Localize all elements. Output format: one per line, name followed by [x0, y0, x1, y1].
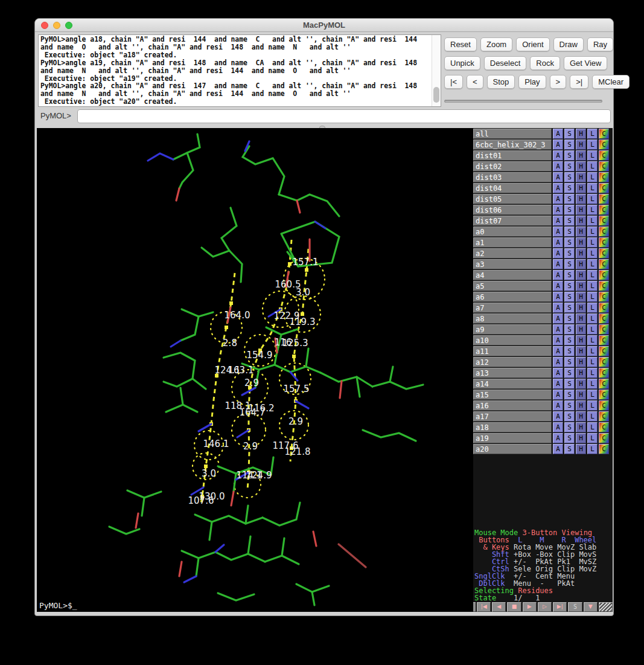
- s-menu-button[interactable]: S: [564, 390, 575, 400]
- h-menu-button[interactable]: H: [576, 411, 586, 422]
- a-menu-button[interactable]: A: [553, 357, 563, 367]
- orient-button[interactable]: Orient: [516, 37, 549, 51]
- s-menu-button[interactable]: S: [564, 346, 575, 356]
- object-name-a11[interactable]: a11: [473, 346, 552, 356]
- a-menu-button[interactable]: A: [553, 422, 563, 432]
- c-menu-button[interactable]: C: [599, 270, 609, 280]
- a-menu-button[interactable]: A: [553, 237, 563, 248]
- l-menu-button[interactable]: L: [587, 433, 598, 443]
- first-frame-button[interactable]: |<: [444, 75, 463, 89]
- object-name-a4[interactable]: a4: [473, 270, 552, 280]
- s-menu-button[interactable]: S: [564, 433, 575, 443]
- c-menu-button[interactable]: C: [599, 140, 609, 150]
- h-menu-button[interactable]: H: [576, 248, 586, 259]
- l-menu-button[interactable]: L: [587, 281, 598, 291]
- h-menu-button[interactable]: H: [576, 390, 586, 400]
- c-menu-button[interactable]: C: [599, 444, 609, 454]
- h-menu-button[interactable]: H: [576, 216, 586, 226]
- h-menu-button[interactable]: H: [576, 379, 586, 389]
- c-menu-button[interactable]: C: [599, 129, 609, 139]
- s-menu-button[interactable]: S: [564, 194, 575, 204]
- rewind-button-icon[interactable]: |◀: [477, 602, 491, 612]
- c-menu-button[interactable]: C: [599, 226, 609, 237]
- a-menu-button[interactable]: A: [553, 270, 563, 280]
- s-button[interactable]: S: [568, 602, 582, 612]
- h-menu-button[interactable]: H: [576, 129, 586, 139]
- s-menu-button[interactable]: S: [564, 161, 575, 172]
- s-menu-button[interactable]: S: [564, 324, 575, 335]
- object-name-a17[interactable]: a17: [473, 411, 552, 422]
- object-name-dist05[interactable]: dist05: [473, 194, 552, 204]
- c-menu-button[interactable]: C: [599, 313, 609, 324]
- l-menu-button[interactable]: L: [587, 324, 598, 335]
- h-menu-button[interactable]: H: [576, 346, 586, 356]
- ray-button[interactable]: Ray: [587, 37, 613, 51]
- object-name-a13[interactable]: a13: [473, 368, 552, 378]
- h-menu-button[interactable]: H: [576, 313, 586, 324]
- s-menu-button[interactable]: S: [564, 270, 575, 280]
- a-menu-button[interactable]: A: [553, 335, 563, 345]
- a-menu-button[interactable]: A: [553, 444, 563, 454]
- c-menu-button[interactable]: C: [599, 433, 609, 443]
- l-menu-button[interactable]: L: [587, 400, 598, 411]
- h-menu-button[interactable]: H: [576, 400, 586, 411]
- l-menu-button[interactable]: L: [587, 140, 598, 150]
- a-menu-button[interactable]: A: [553, 248, 563, 259]
- object-name-a20[interactable]: a20: [473, 444, 552, 454]
- step-back-button-icon[interactable]: ◀: [492, 602, 506, 612]
- s-menu-button[interactable]: S: [564, 172, 575, 182]
- movie-progress-slider[interactable]: [444, 100, 602, 103]
- object-name-dist06[interactable]: dist06: [473, 205, 552, 215]
- object-name-a0[interactable]: a0: [473, 226, 552, 237]
- s-menu-button[interactable]: S: [564, 183, 575, 193]
- l-menu-button[interactable]: L: [587, 183, 598, 193]
- l-menu-button[interactable]: L: [587, 422, 598, 432]
- s-menu-button[interactable]: S: [564, 150, 575, 161]
- h-menu-button[interactable]: H: [576, 237, 586, 248]
- a-menu-button[interactable]: A: [553, 303, 563, 313]
- object-name-a9[interactable]: a9: [473, 324, 552, 335]
- h-menu-button[interactable]: H: [576, 335, 586, 345]
- s-menu-button[interactable]: S: [564, 411, 575, 422]
- c-menu-button[interactable]: C: [599, 281, 609, 291]
- s-menu-button[interactable]: S: [564, 216, 575, 226]
- object-name-all[interactable]: all: [473, 129, 552, 139]
- s-menu-button[interactable]: S: [564, 444, 575, 454]
- stop-button[interactable]: Stop: [487, 75, 515, 89]
- c-menu-button[interactable]: C: [599, 422, 609, 432]
- unpick-button[interactable]: Unpick: [444, 56, 480, 70]
- l-menu-button[interactable]: L: [587, 237, 598, 248]
- l-menu-button[interactable]: L: [587, 368, 598, 378]
- a-menu-button[interactable]: A: [553, 226, 563, 237]
- menu-button-icon[interactable]: ▼: [584, 602, 598, 612]
- l-menu-button[interactable]: L: [587, 270, 598, 280]
- c-menu-button[interactable]: C: [599, 346, 609, 356]
- a-menu-button[interactable]: A: [553, 400, 563, 411]
- rock-button[interactable]: Rock: [530, 56, 560, 70]
- object-name-dist02[interactable]: dist02: [473, 161, 552, 172]
- l-menu-button[interactable]: L: [587, 346, 598, 356]
- l-menu-button[interactable]: L: [587, 335, 598, 345]
- h-menu-button[interactable]: H: [576, 205, 586, 215]
- l-menu-button[interactable]: L: [587, 172, 598, 182]
- s-menu-button[interactable]: S: [564, 259, 575, 269]
- h-menu-button[interactable]: H: [576, 357, 586, 367]
- title-bar[interactable]: MacPyMOL: [35, 19, 613, 32]
- object-name-6cbc_helix_302_3[interactable]: 6cbc_helix_302_3: [473, 140, 552, 150]
- c-menu-button[interactable]: C: [599, 172, 609, 182]
- l-menu-button[interactable]: L: [587, 226, 598, 237]
- l-menu-button[interactable]: L: [587, 205, 598, 215]
- s-menu-button[interactable]: S: [564, 129, 575, 139]
- c-menu-button[interactable]: C: [599, 194, 609, 204]
- l-menu-button[interactable]: L: [587, 194, 598, 204]
- a-menu-button[interactable]: A: [553, 379, 563, 389]
- a-menu-button[interactable]: A: [553, 216, 563, 226]
- l-menu-button[interactable]: L: [587, 411, 598, 422]
- l-menu-button[interactable]: L: [587, 150, 598, 161]
- l-menu-button[interactable]: L: [587, 292, 598, 302]
- s-menu-button[interactable]: S: [564, 357, 575, 367]
- c-menu-button[interactable]: C: [599, 161, 609, 172]
- l-menu-button[interactable]: L: [587, 313, 598, 324]
- h-menu-button[interactable]: H: [576, 303, 586, 313]
- c-menu-button[interactable]: C: [599, 368, 609, 378]
